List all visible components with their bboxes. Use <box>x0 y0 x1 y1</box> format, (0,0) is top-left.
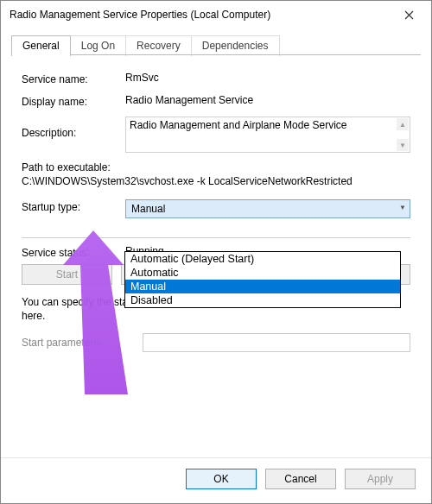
tab-general[interactable]: General <box>11 35 71 56</box>
startup-type-value: Manual <box>131 203 165 215</box>
window-title: Radio Management Service Properties (Loc… <box>10 9 390 21</box>
label-service-status: Service status: <box>22 245 125 259</box>
label-path: Path to executable: <box>22 161 410 173</box>
tabs: General Log On Recovery Dependencies <box>11 35 421 56</box>
description-box[interactable]: Radio Management and Airplane Mode Servi… <box>125 117 410 153</box>
scroll-up-icon[interactable]: ▲ <box>397 118 409 130</box>
ok-button[interactable]: OK <box>186 469 257 489</box>
scroll-down-icon[interactable]: ▼ <box>397 139 409 151</box>
value-service-name: RmSvc <box>125 72 410 84</box>
cancel-button[interactable]: Cancel <box>265 469 336 489</box>
option-automatic-delayed[interactable]: Automatic (Delayed Start) <box>125 252 400 266</box>
apply-button: Apply <box>345 469 416 489</box>
label-display-name: Display name: <box>22 94 125 108</box>
label-startup-type: Startup type: <box>22 199 125 213</box>
start-parameters-input[interactable] <box>143 333 410 352</box>
title-bar: Radio Management Service Properties (Loc… <box>1 1 431 28</box>
value-description: Radio Management and Airplane Mode Servi… <box>130 119 346 131</box>
start-button: Start <box>22 264 112 285</box>
tab-dependencies[interactable]: Dependencies <box>191 35 280 56</box>
label-service-name: Service name: <box>22 72 125 85</box>
option-automatic[interactable]: Automatic <box>125 266 400 280</box>
startup-type-dropdown[interactable]: Manual ▼ <box>125 199 410 218</box>
chevron-down-icon: ▼ <box>399 204 406 211</box>
tab-logon[interactable]: Log On <box>70 35 126 56</box>
dialog-footer: OK Cancel Apply <box>1 457 431 503</box>
label-description: Description: <box>22 117 125 139</box>
value-path: C:\WINDOWS\System32\svchost.exe -k Local… <box>22 175 410 187</box>
startup-type-options[interactable]: Automatic (Delayed Start) Automatic Manu… <box>124 251 401 308</box>
option-disabled[interactable]: Disabled <box>125 293 400 307</box>
close-icon[interactable] <box>390 3 428 27</box>
option-manual[interactable]: Manual <box>125 280 400 293</box>
label-start-parameters: Start parameters: <box>22 337 143 349</box>
value-display-name: Radio Management Service <box>125 94 410 106</box>
tab-recovery[interactable]: Recovery <box>125 35 192 56</box>
